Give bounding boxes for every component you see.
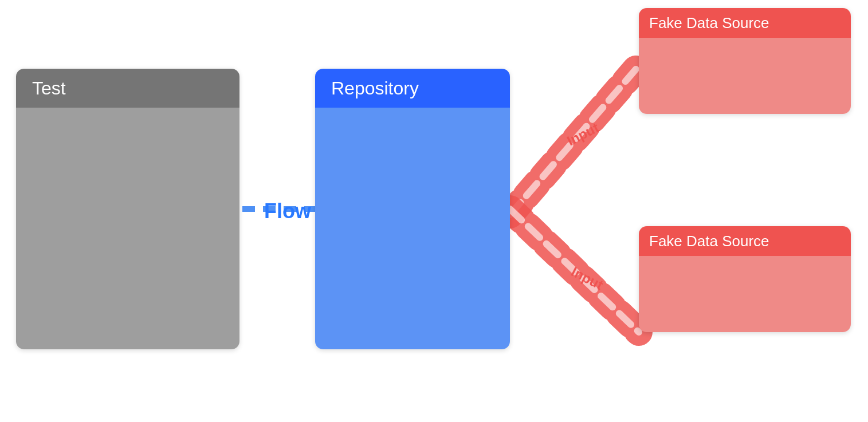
test-title: Test [32,78,66,99]
repo-header: Repository [315,69,510,108]
fds-top-header: Fake Data Source [639,8,851,38]
repo-title: Repository [331,78,419,99]
repo-body [315,108,510,349]
test-body [16,108,239,349]
fds-top-title: Fake Data Source [649,14,769,32]
fds-top-body [639,38,851,114]
test-block: Test [16,69,239,349]
fds-top-block: Fake Data Source [639,8,851,114]
fds-bottom-body [639,256,851,332]
fds-bottom-block: Fake Data Source [639,226,851,332]
flow-label: Flow [264,199,311,223]
test-header: Test [16,69,239,108]
fds-bottom-title: Fake Data Source [649,232,769,250]
diagram-canvas: Input Input Test Repository Fake Data So… [0,0,868,422]
repo-block: Repository [315,69,510,349]
fds-bottom-header: Fake Data Source [639,226,851,256]
